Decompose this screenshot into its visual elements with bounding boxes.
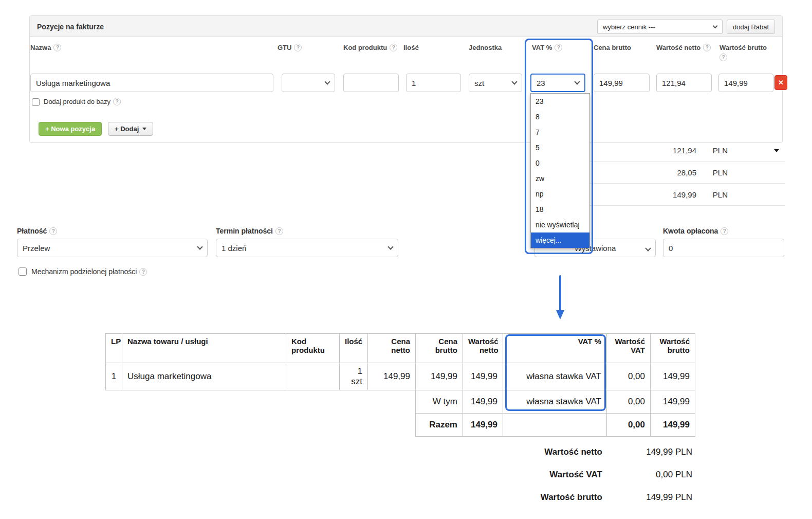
item-name-input[interactable] <box>30 74 273 92</box>
summary-brutto-currency: PLN <box>713 184 728 206</box>
new-item-button[interactable]: + Nowa pozycja <box>39 122 102 136</box>
preview-header-wartosc-brutto: Wartość brutto <box>651 334 695 363</box>
preview-empty-span <box>106 414 416 437</box>
vat-option-23[interactable]: 23 <box>531 94 589 109</box>
total-brutto-label: Wartość brutto <box>541 492 602 503</box>
payment-method-select[interactable]: Przelew <box>17 239 208 257</box>
column-label-wartosc-netto: Wartość netto ? <box>656 44 711 51</box>
total-vat-row: Wartość VAT 0,00 PLN <box>411 463 692 486</box>
preview-wtym-netto: 149,99 <box>463 390 503 414</box>
help-icon[interactable]: ? <box>139 268 147 276</box>
help-icon[interactable]: ? <box>721 227 728 235</box>
vat-option-18[interactable]: 18 <box>531 202 589 217</box>
preview-razem-vat <box>503 414 607 437</box>
preview-wtym-label: W tym <box>416 390 463 414</box>
column-label-kod-produktu: Kod produktu ? <box>343 44 397 51</box>
chevron-down-icon <box>197 244 202 249</box>
preview-header-wartosc-netto: Wartość netto <box>463 334 503 363</box>
net-value-input[interactable] <box>656 74 712 92</box>
summary-netto-value: 121,94 <box>673 139 696 162</box>
amount-paid-label: Kwota opłacona ? <box>663 227 728 235</box>
help-icon[interactable]: ? <box>555 44 562 51</box>
payment-due-select[interactable]: 1 dzień <box>216 239 398 257</box>
preview-wtym-brutto: 149,99 <box>651 390 695 414</box>
total-vat-label: Wartość VAT <box>549 470 602 480</box>
gross-value-input[interactable] <box>718 74 773 92</box>
total-vat-value: 0,00 PLN <box>602 470 692 480</box>
chevron-down-icon <box>324 79 330 84</box>
currency-caret-icon[interactable] <box>774 149 779 152</box>
total-netto-value: 149,99 PLN <box>602 447 692 457</box>
vat-option-wiecej[interactable]: więcej... <box>531 232 589 248</box>
preview-wtym-row: W tym 149,99 własna stawka VAT 0,00 149,… <box>106 390 695 414</box>
quantity-input[interactable] <box>406 74 461 92</box>
column-label-gtu: GTU ? <box>278 44 302 51</box>
help-icon[interactable]: ? <box>53 44 61 51</box>
delete-item-button[interactable]: ✕ <box>774 75 787 90</box>
vat-option-zw[interactable]: zw <box>531 171 589 186</box>
pricelist-select-value: wybierz cennik --- <box>603 23 655 31</box>
preview-wtym-vat: własna stawka VAT <box>503 390 607 414</box>
preview-header-nazwa: Nazwa towaru / usługi <box>122 334 286 363</box>
vat-option-5[interactable]: 5 <box>531 140 589 155</box>
preview-item-row: 1 Usługa marketingowa 1 szt 149,99 149,9… <box>106 363 695 390</box>
preview-cell-wartosc-netto: 149,99 <box>463 363 503 390</box>
preview-cell-cena-netto: 149,99 <box>368 363 416 390</box>
summary-brutto-value: 149,99 <box>673 184 696 206</box>
vat-dropdown-list: 23 8 7 5 0 zw np 18 nie wyświetlaj więce… <box>530 93 590 248</box>
preview-header-vat: VAT % <box>503 334 607 363</box>
add-product-to-db-checkbox[interactable] <box>32 98 40 106</box>
help-icon[interactable]: ? <box>275 227 283 235</box>
preview-cell-vat: własna stawka VAT <box>503 363 607 390</box>
preview-header-wartosc-vat: Wartość VAT <box>607 334 651 363</box>
column-label-nazwa: Nazwa ? <box>30 44 61 51</box>
preview-razem-row: Razem 149,99 0,00 149,99 <box>106 414 695 437</box>
vat-option-8[interactable]: 8 <box>531 109 589 124</box>
chevron-down-icon <box>645 245 651 251</box>
product-code-input[interactable] <box>343 74 399 92</box>
preview-razem-label: Razem <box>416 414 463 437</box>
column-label-ilosc: Ilość <box>403 44 419 51</box>
caret-down-icon <box>142 128 146 130</box>
payment-due-label: Termin płatności ? <box>216 227 283 235</box>
help-icon[interactable]: ? <box>719 53 727 61</box>
invoice-totals: Wartość netto 149,99 PLN Wartość VAT 0,0… <box>411 441 692 509</box>
annotation-arrow <box>551 275 569 323</box>
preview-header-cena-brutto: Cena brutto <box>416 334 463 363</box>
chevron-down-icon <box>511 79 517 84</box>
amount-paid-input[interactable] <box>663 239 784 257</box>
preview-cell-lp: 1 <box>106 363 122 390</box>
invoice-editor-page: Pozycje na fakturze wybierz cennik --- d… <box>0 0 812 519</box>
add-product-to-db-label: Dodaj produkt do bazy ? <box>44 98 121 105</box>
add-discount-button[interactable]: dodaj Rabat <box>727 20 775 34</box>
vat-option-0[interactable]: 0 <box>531 155 589 171</box>
column-label-vat: VAT % ? <box>532 44 562 51</box>
vat-option-7[interactable]: 7 <box>531 124 589 140</box>
preview-razem-brutto: 149,99 <box>651 414 695 437</box>
pricelist-select[interactable]: wybierz cennik --- <box>597 20 723 34</box>
add-dropdown-button[interactable]: + Dodaj <box>108 122 153 136</box>
preview-cell-cena-brutto: 149,99 <box>416 363 463 390</box>
summary-vat-currency: PLN <box>713 162 728 184</box>
preview-header-row: LP Nazwa towaru / usługi Kod produktu Il… <box>106 334 695 363</box>
column-label-wartosc-brutto: Wartość brutto <box>719 44 767 51</box>
preview-header-lp: LP <box>106 334 122 363</box>
vat-option-nie-wyswietlaj[interactable]: nie wyświetlaj <box>531 217 589 232</box>
help-icon[interactable]: ? <box>390 44 397 51</box>
preview-header-kod: Kod produktu <box>286 334 340 363</box>
help-icon[interactable]: ? <box>703 44 711 51</box>
unit-select[interactable]: szt <box>469 74 522 92</box>
help-icon[interactable]: ? <box>294 44 302 51</box>
help-icon[interactable]: ? <box>113 98 121 105</box>
payment-method-label: Płatność ? <box>17 227 57 235</box>
gtu-select[interactable] <box>282 74 335 92</box>
summary-netto-currency: PLN <box>713 139 728 162</box>
split-payment-checkbox[interactable] <box>19 267 27 276</box>
chevron-down-icon <box>574 79 580 84</box>
help-icon[interactable]: ? <box>49 227 57 235</box>
gross-price-input[interactable] <box>594 74 650 92</box>
preview-wtym-vat-amount: 0,00 <box>607 390 651 414</box>
preview-cell-nazwa: Usługa marketingowa <box>122 363 286 390</box>
vat-option-np[interactable]: np <box>531 186 589 202</box>
vat-select[interactable]: 23 <box>530 74 585 92</box>
